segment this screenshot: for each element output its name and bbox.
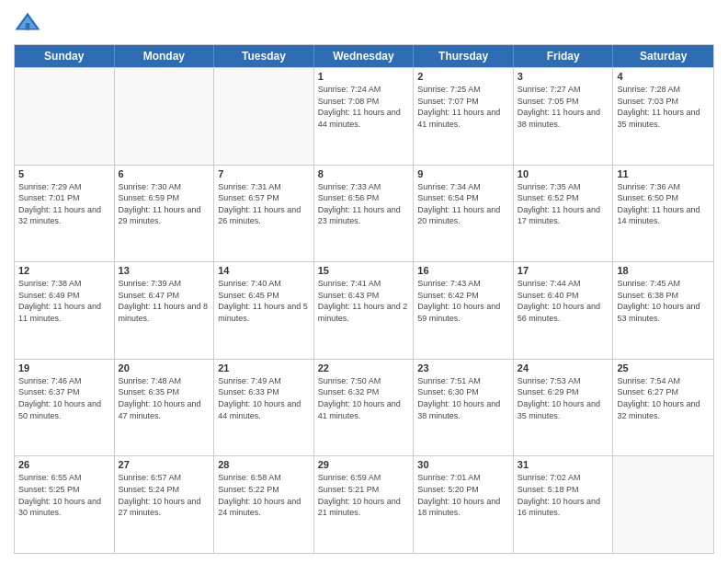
calendar-week-2: 5Sunrise: 7:29 AM Sunset: 7:01 PM Daylig…: [15, 165, 713, 262]
calendar-cell: 19Sunrise: 7:46 AM Sunset: 6:37 PM Dayli…: [15, 360, 115, 456]
day-number: 17: [518, 265, 609, 276]
day-number: 1: [318, 71, 410, 82]
page: SundayMondayTuesdayWednesdayThursdayFrid…: [0, 0, 728, 563]
day-info: Sunrise: 7:45 AM Sunset: 6:38 PM Dayligh…: [617, 278, 710, 324]
day-number: 10: [518, 168, 609, 179]
day-info: Sunrise: 6:58 AM Sunset: 5:22 PM Dayligh…: [218, 472, 310, 518]
day-info: Sunrise: 7:35 AM Sunset: 6:52 PM Dayligh…: [518, 181, 609, 227]
day-number: 5: [18, 168, 110, 179]
day-info: Sunrise: 7:28 AM Sunset: 7:03 PM Dayligh…: [617, 84, 710, 130]
calendar-cell: 28Sunrise: 6:58 AM Sunset: 5:22 PM Dayli…: [214, 456, 314, 553]
calendar-cell: 26Sunrise: 6:55 AM Sunset: 5:25 PM Dayli…: [15, 456, 115, 553]
day-info: Sunrise: 7:46 AM Sunset: 6:37 PM Dayligh…: [18, 375, 110, 421]
day-number: 3: [518, 71, 609, 82]
calendar-body: 1Sunrise: 7:24 AM Sunset: 7:08 PM Daylig…: [15, 67, 713, 553]
day-info: Sunrise: 6:59 AM Sunset: 5:21 PM Dayligh…: [318, 472, 410, 518]
day-info: Sunrise: 7:30 AM Sunset: 6:59 PM Dayligh…: [119, 181, 210, 227]
day-number: 25: [617, 362, 710, 373]
calendar-cell: 8Sunrise: 7:33 AM Sunset: 6:56 PM Daylig…: [314, 166, 415, 262]
svg-rect-2: [26, 23, 30, 30]
day-number: 30: [417, 459, 509, 470]
day-number: 4: [617, 71, 710, 82]
day-info: Sunrise: 7:24 AM Sunset: 7:08 PM Dayligh…: [318, 84, 410, 130]
calendar-cell: 13Sunrise: 7:39 AM Sunset: 6:47 PM Dayli…: [115, 262, 215, 359]
day-info: Sunrise: 7:40 AM Sunset: 6:45 PM Dayligh…: [218, 278, 310, 324]
day-header-friday: Friday: [514, 45, 614, 67]
day-number: 6: [119, 168, 210, 179]
calendar-cell: 7Sunrise: 7:31 AM Sunset: 6:57 PM Daylig…: [214, 166, 314, 262]
calendar-cell: 10Sunrise: 7:35 AM Sunset: 6:52 PM Dayli…: [514, 166, 614, 262]
calendar-cell: 9Sunrise: 7:34 AM Sunset: 6:54 PM Daylig…: [414, 166, 514, 262]
calendar-cell: 21Sunrise: 7:49 AM Sunset: 6:33 PM Dayli…: [214, 360, 314, 456]
day-info: Sunrise: 7:54 AM Sunset: 6:27 PM Dayligh…: [617, 375, 710, 421]
day-number: 23: [417, 362, 509, 373]
day-info: Sunrise: 7:01 AM Sunset: 5:20 PM Dayligh…: [417, 472, 509, 518]
calendar-cell: 1Sunrise: 7:24 AM Sunset: 7:08 PM Daylig…: [314, 68, 415, 165]
calendar-week-3: 12Sunrise: 7:38 AM Sunset: 6:49 PM Dayli…: [15, 261, 713, 359]
calendar-cell: 4Sunrise: 7:28 AM Sunset: 7:03 PM Daylig…: [613, 68, 713, 165]
day-info: Sunrise: 7:43 AM Sunset: 6:42 PM Dayligh…: [417, 278, 509, 324]
logo-icon: [14, 9, 41, 37]
calendar-cell: [115, 68, 215, 165]
calendar-cell: 22Sunrise: 7:50 AM Sunset: 6:32 PM Dayli…: [314, 360, 415, 456]
day-number: 26: [18, 459, 110, 470]
day-info: Sunrise: 7:33 AM Sunset: 6:56 PM Dayligh…: [318, 181, 410, 227]
day-number: 18: [617, 265, 710, 276]
calendar-cell: 15Sunrise: 7:41 AM Sunset: 6:43 PM Dayli…: [314, 262, 415, 359]
calendar: SundayMondayTuesdayWednesdayThursdayFrid…: [14, 44, 714, 554]
day-number: 20: [119, 362, 210, 373]
day-number: 9: [417, 168, 509, 179]
day-number: 11: [617, 168, 710, 179]
day-header-wednesday: Wednesday: [314, 45, 415, 67]
day-info: Sunrise: 7:51 AM Sunset: 6:30 PM Dayligh…: [417, 375, 509, 421]
calendar-cell: 18Sunrise: 7:45 AM Sunset: 6:38 PM Dayli…: [613, 262, 713, 359]
day-number: 15: [318, 265, 410, 276]
day-number: 21: [218, 362, 310, 373]
day-number: 19: [18, 362, 110, 373]
day-number: 8: [318, 168, 410, 179]
calendar-cell: [15, 68, 115, 165]
day-number: 24: [518, 362, 609, 373]
calendar-cell: 30Sunrise: 7:01 AM Sunset: 5:20 PM Dayli…: [414, 456, 514, 553]
day-number: 16: [417, 265, 509, 276]
day-number: 7: [218, 168, 310, 179]
calendar-cell: 27Sunrise: 6:57 AM Sunset: 5:24 PM Dayli…: [115, 456, 215, 553]
day-header-thursday: Thursday: [414, 45, 514, 67]
day-number: 28: [218, 459, 310, 470]
day-header-monday: Monday: [115, 45, 215, 67]
calendar-cell: [613, 456, 713, 553]
day-header-tuesday: Tuesday: [214, 45, 314, 67]
calendar-cell: 25Sunrise: 7:54 AM Sunset: 6:27 PM Dayli…: [613, 360, 713, 456]
day-info: Sunrise: 7:53 AM Sunset: 6:29 PM Dayligh…: [518, 375, 609, 421]
day-info: Sunrise: 7:41 AM Sunset: 6:43 PM Dayligh…: [318, 278, 410, 324]
day-info: Sunrise: 7:48 AM Sunset: 6:35 PM Dayligh…: [119, 375, 210, 421]
calendar-cell: 14Sunrise: 7:40 AM Sunset: 6:45 PM Dayli…: [214, 262, 314, 359]
calendar-cell: 11Sunrise: 7:36 AM Sunset: 6:50 PM Dayli…: [613, 166, 713, 262]
day-header-sunday: Sunday: [15, 45, 115, 67]
calendar-cell: [214, 68, 314, 165]
day-info: Sunrise: 7:39 AM Sunset: 6:47 PM Dayligh…: [119, 278, 210, 324]
calendar-cell: 29Sunrise: 6:59 AM Sunset: 5:21 PM Dayli…: [314, 456, 415, 553]
day-number: 14: [218, 265, 310, 276]
calendar-cell: 5Sunrise: 7:29 AM Sunset: 7:01 PM Daylig…: [15, 166, 115, 262]
day-info: Sunrise: 7:49 AM Sunset: 6:33 PM Dayligh…: [218, 375, 310, 421]
calendar-cell: 23Sunrise: 7:51 AM Sunset: 6:30 PM Dayli…: [414, 360, 514, 456]
calendar-week-4: 19Sunrise: 7:46 AM Sunset: 6:37 PM Dayli…: [15, 359, 713, 456]
day-info: Sunrise: 7:36 AM Sunset: 6:50 PM Dayligh…: [617, 181, 710, 227]
calendar-cell: 31Sunrise: 7:02 AM Sunset: 5:18 PM Dayli…: [514, 456, 614, 553]
logo: [14, 9, 45, 37]
day-number: 31: [518, 459, 609, 470]
calendar-cell: 2Sunrise: 7:25 AM Sunset: 7:07 PM Daylig…: [414, 68, 514, 165]
calendar-header: SundayMondayTuesdayWednesdayThursdayFrid…: [15, 45, 713, 67]
day-number: 22: [318, 362, 410, 373]
calendar-cell: 12Sunrise: 7:38 AM Sunset: 6:49 PM Dayli…: [15, 262, 115, 359]
calendar-week-5: 26Sunrise: 6:55 AM Sunset: 5:25 PM Dayli…: [15, 455, 713, 553]
day-info: Sunrise: 7:31 AM Sunset: 6:57 PM Dayligh…: [218, 181, 310, 227]
day-info: Sunrise: 7:50 AM Sunset: 6:32 PM Dayligh…: [318, 375, 410, 421]
calendar-cell: 24Sunrise: 7:53 AM Sunset: 6:29 PM Dayli…: [514, 360, 614, 456]
day-info: Sunrise: 7:34 AM Sunset: 6:54 PM Dayligh…: [417, 181, 509, 227]
day-info: Sunrise: 7:29 AM Sunset: 7:01 PM Dayligh…: [18, 181, 110, 227]
day-number: 27: [119, 459, 210, 470]
header: [14, 9, 714, 37]
day-header-saturday: Saturday: [613, 45, 713, 67]
